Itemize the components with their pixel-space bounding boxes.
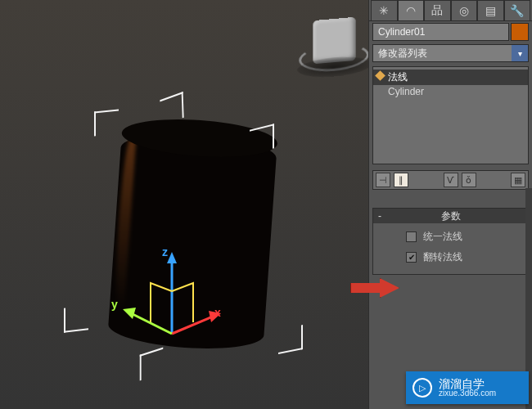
stack-item-base[interactable]: Cylinder [373, 85, 528, 98]
tab-hierarchy[interactable]: 品 [424, 0, 451, 20]
stack-item-normals[interactable]: 法线 [373, 70, 528, 85]
modifier-stack[interactable]: 法线 Cylinder [372, 66, 529, 164]
object-color[interactable] [511, 23, 529, 41]
selection-corner [94, 109, 119, 136]
unify-normals-option[interactable]: 统一法线 [378, 230, 523, 244]
rollout-title: 参数 [441, 210, 461, 222]
stack-item-label: Cylinder [388, 86, 424, 97]
pin-stack-icon[interactable]: ⊣ [376, 173, 390, 187]
unify-normals-label: 统一法线 [423, 230, 462, 244]
configure-sets-icon[interactable]: ▦ [511, 173, 525, 187]
params-rollout: 参数 统一法线 翻转法线 [372, 208, 529, 275]
tab-create[interactable]: ✳ [371, 0, 398, 20]
rollout-header[interactable]: 参数 [373, 209, 528, 223]
chevron-down-icon[interactable]: ▾ [512, 45, 528, 61]
selection-corner [140, 348, 164, 381]
selection-corner [64, 305, 88, 333]
modifier-list-dropdown[interactable]: 修改器列表 ▾ [372, 44, 529, 62]
watermark-brand: 溜溜自学 [439, 378, 496, 389]
flip-normals-label: 翻转法线 [423, 250, 462, 264]
flip-normals-option[interactable]: 翻转法线 [378, 250, 523, 264]
panel-tabs: ✳ ◠ 品 ◎ ▤ 🔧 [369, 0, 532, 21]
command-panel: ✳ ◠ 品 ◎ ▤ 🔧 修改器列表 ▾ 法线 Cylinder ⊣ ∥ Ѵ ǒ … [368, 0, 532, 409]
stack-item-label: 法线 [388, 71, 408, 83]
tab-modify[interactable]: ◠ [398, 0, 425, 20]
play-icon: ▷ [413, 378, 432, 398]
object-name-input[interactable] [372, 23, 509, 41]
cylinder-object[interactable] [107, 129, 277, 353]
tab-utilities[interactable]: 🔧 [504, 0, 531, 20]
remove-modifier-icon[interactable]: ǒ [462, 173, 476, 187]
checkbox-icon [406, 252, 417, 263]
checkbox-icon [406, 231, 417, 242]
watermark-url: zixue.3d66.com [439, 389, 496, 398]
view-cube-ring[interactable] [299, 41, 368, 74]
view-cube[interactable] [313, 17, 355, 65]
viewport[interactable]: z x y [0, 0, 368, 409]
modifier-list-label: 修改器列表 [373, 45, 512, 61]
stack-toolbar: ⊣ ∥ Ѵ ǒ ▦ [372, 170, 529, 190]
object-name-row [372, 23, 529, 41]
make-unique-icon[interactable]: Ѵ [444, 173, 458, 187]
tab-display[interactable]: ▤ [477, 0, 504, 20]
selection-corner [278, 325, 303, 354]
tab-motion[interactable]: ◎ [451, 0, 478, 20]
show-end-result-icon[interactable]: ∥ [394, 173, 408, 187]
watermark-badge: ▷ 溜溜自学 zixue.3d66.com [406, 371, 529, 404]
